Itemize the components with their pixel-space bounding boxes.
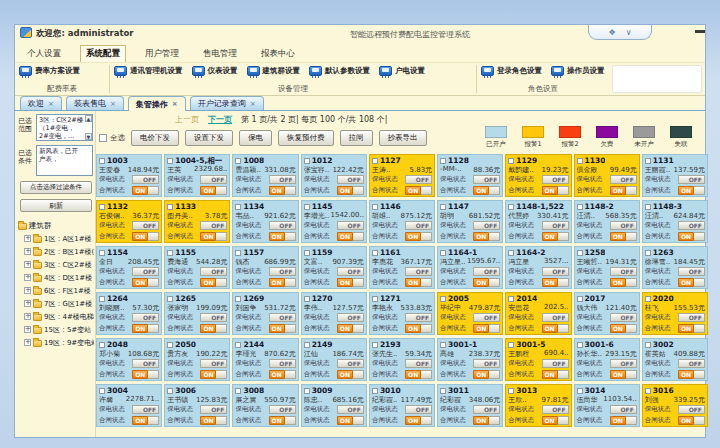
switch-state-toggle[interactable]: ON [269,232,296,241]
keep-power-toggle[interactable]: OFF [542,267,569,276]
card-checkbox[interactable] [508,388,514,394]
ribbon-button[interactable]: 通讯管理机设置 [114,66,183,76]
keep-power-toggle[interactable]: OFF [610,405,637,414]
keep-power-toggle[interactable]: OFF [405,405,432,414]
card-checkbox[interactable] [645,250,651,256]
close-icon[interactable]: × [110,100,116,108]
expand-plus-icon[interactable]: + [24,300,31,307]
meter-card[interactable]: 1131 王丽霞.. 137.59元 保电状态 OFF 合闸状态 ON [642,154,708,197]
meter-card[interactable]: 3002 崔英姑 409.88元 保电状态 OFF 合闸状态 ON [642,338,708,381]
card-checkbox[interactable] [508,158,514,164]
keep-power-toggle[interactable]: OFF [337,359,364,368]
meter-card[interactable]: 1147 胡明 681.52元 保电状态 OFF 合闸状态 ON [437,200,503,243]
tree-item[interactable]: + 6区：F区1#楼（F [18,284,94,297]
card-checkbox[interactable] [577,296,583,302]
card-checkbox[interactable] [508,342,514,348]
meter-card[interactable]: 2149 江仙 186.74元 保电状态 OFF 合闸状态 ON [301,338,367,381]
switch-state-toggle[interactable]: ON [473,232,500,241]
expand-plus-icon[interactable]: + [24,274,31,281]
switch-state-toggle[interactable]: ON [405,370,432,379]
switch-state-toggle[interactable]: ON [200,370,227,379]
switch-state-toggle[interactable]: ON [473,324,500,333]
meter-card[interactable]: 1269 刘国争 531.72元 保电状态 OFF 合闸状态 ON [232,292,298,335]
keep-power-toggle[interactable]: OFF [269,267,296,276]
keep-power-toggle[interactable]: OFF [610,175,637,184]
switch-state-toggle[interactable]: ON [269,324,296,333]
switch-state-toggle[interactable]: ON [200,186,227,195]
document-tab[interactable]: 集管操作 × [128,96,186,111]
card-checkbox[interactable] [167,158,173,164]
switch-state-toggle[interactable]: ON [405,416,432,425]
meter-card[interactable]: 1270 李伟.. 127.57元 保电状态 OFF 合闸状态 ON [301,292,367,335]
meter-card[interactable]: 1133 图丹美.. 3.78元 保电状态 OFF 合闸状态 ON [164,200,230,243]
card-checkbox[interactable] [440,296,446,302]
switch-state-toggle[interactable]: ON [200,416,227,425]
keep-power-toggle[interactable]: OFF [610,359,637,368]
select-all-checkbox[interactable] [99,134,107,142]
card-checkbox[interactable] [167,250,173,256]
switch-state-toggle[interactable]: ON [610,232,637,241]
meter-card[interactable]: 1157 钱杰 686.99元 保电状态 OFF 合闸状态 ON [232,246,298,289]
menu-tab[interactable]: 个人设置 [22,46,66,62]
keep-power-toggle[interactable]: OFF [542,313,569,322]
switch-state-toggle[interactable]: ON [678,186,705,195]
meter-card[interactable]: 2005 毕纪中 479.87元 保电状态 OFF 合闸状态 ON [437,292,503,335]
switch-state-toggle[interactable]: ON [200,232,227,241]
card-checkbox[interactable] [235,388,241,394]
meter-card[interactable]: 3004 许馨 2278.71.. 保电状态 OFF 合闸状态 ON [96,384,162,427]
keep-power-toggle[interactable]: OFF [132,267,159,276]
card-checkbox[interactable] [235,158,241,164]
card-checkbox[interactable] [577,158,583,164]
card-checkbox[interactable] [167,296,173,302]
meter-card[interactable]: 2014 安思花 202.5.. 保电状态 OFF 合闸状态 ON [505,292,571,335]
keep-power-toggle[interactable]: OFF [542,405,569,414]
ribbon-button[interactable]: 仪表设置 [192,66,238,76]
keep-power-toggle[interactable]: OFF [473,175,500,184]
switch-state-toggle[interactable]: ON [473,278,500,287]
card-checkbox[interactable] [645,158,651,164]
meter-card[interactable]: 1127 王涛.. 5.83元 保电状态 OFF 合闸状态 ON [369,154,435,197]
keep-power-toggle[interactable]: OFF [200,405,227,414]
switch-state-toggle[interactable]: ON [337,324,364,333]
card-checkbox[interactable] [235,204,241,210]
keep-power-toggle[interactable]: OFF [473,359,500,368]
meter-card[interactable]: 2048 郑小菊 108.68元 保电状态 OFF 合闸状态 ON [96,338,162,381]
switch-state-toggle[interactable]: ON [405,324,432,333]
switch-state-toggle[interactable]: ON [473,416,500,425]
meter-card[interactable]: 3016 刘强 339.25元 保电状态 OFF 合闸状态 ON [642,384,708,427]
meter-card[interactable]: 1164-2 冯立星 3527... 保电状态 OFF 合闸状态 ON [505,246,571,289]
keep-power-toggle[interactable]: OFF [132,175,159,184]
prev-page-link[interactable]: 上一页 [175,114,199,125]
switch-state-toggle[interactable]: ON [269,186,296,195]
card-checkbox[interactable] [372,296,378,302]
card-checkbox[interactable] [99,296,105,302]
keep-power-toggle[interactable]: OFF [542,221,569,230]
keep-power-toggle[interactable]: OFF [678,267,705,276]
card-checkbox[interactable] [235,296,241,302]
switch-state-toggle[interactable]: ON [269,370,296,379]
card-checkbox[interactable] [99,388,105,394]
card-checkbox[interactable] [645,204,651,210]
choose-filter-button[interactable]: 点击选择过滤条件 [20,181,92,194]
card-checkbox[interactable] [577,204,583,210]
scroll-down-icon[interactable]: ▼ [85,133,92,140]
switch-state-toggle[interactable]: ON [132,370,159,379]
keep-power-toggle[interactable]: OFF [337,267,364,276]
meter-card[interactable]: 1012 张宝容.. 122.42元 保电状态 OFF 合闸状态 ON [301,154,367,197]
meter-card[interactable]: 2050 贵方友 190.22元 保电状态 OFF 合闸状态 ON [164,338,230,381]
meter-card[interactable]: 1263 徐琳雪.. 184.45元 保电状态 OFF 合闸状态 ON [642,246,708,289]
switch-state-toggle[interactable]: ON [132,186,159,195]
card-checkbox[interactable] [99,342,105,348]
keep-power-toggle[interactable]: OFF [610,267,637,276]
meter-card[interactable]: 1258 王曦哲.. 194.31元 保电状态 OFF 合闸状态 ON [574,246,640,289]
ribbon-button[interactable]: 户电设置 [379,66,425,76]
tree-item[interactable]: + 1区：A区1#楼 [18,232,94,245]
switch-state-toggle[interactable]: ON [678,278,705,287]
meter-card[interactable]: 1003 王爱春 148.94元 保电状态 OFF 合闸状态 ON [96,154,162,197]
keep-power-toggle[interactable]: OFF [132,313,159,322]
keep-power-toggle[interactable]: OFF [337,175,364,184]
refresh-button[interactable]: 刷新 [20,199,92,212]
meter-card[interactable]: 3009 陈忠.. 685.16元 保电状态 OFF 合闸状态 ON [301,384,367,427]
switch-state-toggle[interactable]: ON [337,278,364,287]
ribbon-button[interactable]: 操作员设置 [551,66,605,76]
